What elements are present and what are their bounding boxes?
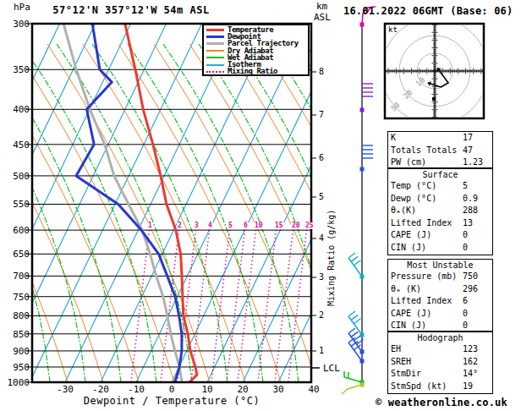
pressure-unit-label: hPa [14,3,30,12]
hodograph-table-title: Hodograph [388,332,492,343]
footer-credit: © weatheronline.co.uk [376,397,507,408]
row-label: Lifted Index [391,296,452,305]
km-tick-label: 1 [319,347,324,355]
mixing-ratio-value-label: 15 [274,222,284,229]
x-axis-title: Dewpoint / Temperature (°C) [62,396,282,406]
pressure-tick-label: 350 [3,65,30,74]
row-label: Temp (°C) [391,181,436,190]
sounding-page: 102030 hPa 57°12'N 357°12'W 54m ASL km A… [0,0,532,411]
row-value: 0 [463,242,468,255]
pressure-tick-label: 600 [3,226,30,235]
row-value: 296 [463,283,478,296]
table-row: PW (cm)1.23 [388,156,492,169]
wind-level-dot [360,108,365,112]
lcl-label: LCL [323,364,340,373]
temperature-tick-label: -20 [88,385,113,394]
table-row: CIN (J)0 [388,242,492,255]
surface-table-title: Surface [388,169,492,180]
temperature-tick-label: -30 [52,385,78,394]
row-value: 6 [463,295,468,308]
legend-line-sample [206,57,224,58]
temperature-tick-label: 40 [301,385,326,394]
pressure-tick-label: 1000 [3,378,30,387]
mixing-ratio-value-label: 10 [254,222,264,229]
pressure-tick-label: 300 [3,19,30,29]
storm-motion-marker [432,97,436,101]
wind-barb [351,332,358,337]
table-row: CAPE (J)0 [388,229,492,242]
plot-border [32,24,311,382]
temperature-tick-label: 0 [159,385,184,394]
pressure-tick-label: 650 [3,249,30,259]
legend-line-sample [206,42,224,45]
altitude-unit-asl-label: ASL [314,13,331,22]
pressure-tick-label: 400 [3,105,30,114]
mixing-ratio-value-label: 3 [194,222,200,229]
most-unstable-table: Most Unstable Pressure (mb)750θₑ (K)296L… [387,259,493,332]
table-row: CIN (J)0 [388,320,492,332]
mixing-ratio-value-label: 2 [177,222,183,229]
row-value: 0 [463,320,468,332]
hodograph-unit-label: kt [388,26,398,34]
parcel-trajectory-curve [63,24,182,382]
row-label: CIN (J) [391,243,426,252]
row-label: θₑ (K) [391,284,421,293]
row-value: 13 [463,217,473,230]
surface-table: Surface Temp (°C)5Dewp (°C)0.9θₑ(K)288Li… [387,168,493,255]
mixing-ratio-axis-title: Mixing Ratio (g/kg) [327,210,336,306]
row-value: 17 [463,132,473,145]
row-label: Lifted Index [391,218,452,227]
row-value: 750 [463,271,478,283]
row-label: EH [391,344,401,353]
km-tick-label: 2 [319,311,324,320]
wind-barb [344,377,362,382]
wind-level-dot [360,167,365,172]
table-row: Lifted Index6 [388,295,492,308]
wind-level-dot [360,350,365,354]
row-label: SREH [391,357,411,366]
row-value: 0.9 [463,193,478,206]
legend-line-sample [206,50,224,52]
sounding-profiles [63,24,197,382]
row-label: θₑ(K) [391,206,416,215]
wind-barb [354,319,360,324]
row-label: CIN (J) [391,321,426,330]
mixing-ratio-value-label: 1 [147,222,153,229]
km-tick-label: 7 [319,111,324,119]
page-title: 57°12'N 357°12'W 54m ASL [34,5,228,15]
pressure-tick-label: 850 [3,330,30,339]
table-row: K17 [388,132,492,145]
wind-barb [342,385,361,394]
row-value: 14° [463,368,478,381]
temperature-tick-label: 10 [195,385,220,394]
table-row: θₑ (K)296 [388,283,492,296]
row-label: Totals Totals [391,145,457,155]
legend-item: Mixing Ratio [204,68,308,75]
pressure-tick-label: 950 [3,363,30,372]
pressure-tick-label: 750 [3,293,30,302]
row-value: 1.23 [463,156,483,169]
km-tick-label: 8 [319,68,324,76]
mixing-ratio-value-label: 5 [228,222,233,229]
pressure-tick-label: 700 [3,271,30,281]
mixing-ratio-value-label: 4 [207,222,213,229]
row-label: PW (cm) [391,157,426,167]
most-unstable-table-title: Most Unstable [388,260,492,271]
row-label: StmDir [391,369,421,378]
row-value: 19 [463,381,473,393]
row-label: Pressure (mb) [391,271,457,281]
table-row: Temp (°C)5 [388,180,492,193]
row-value: 162 [463,356,478,369]
temperature-tick-label: -10 [123,385,149,394]
legend-line-sample [206,71,224,73]
pressure-tick-label: 800 [3,311,30,321]
table-row: EH123 [388,343,492,356]
legend-line-sample [206,36,224,38]
mixing-ratio-value-label: 20 [291,222,301,229]
mixing-ratio-value-label: 6 [243,222,249,229]
table-row: Totals Totals47 [388,145,492,157]
legend-line-sample [206,29,224,31]
row-value: 5 [463,180,468,193]
hodograph-table: Hodograph EH123SREH162StmDir14°StmSpd (k… [387,332,493,394]
row-label: Dewp (°C) [391,194,436,203]
